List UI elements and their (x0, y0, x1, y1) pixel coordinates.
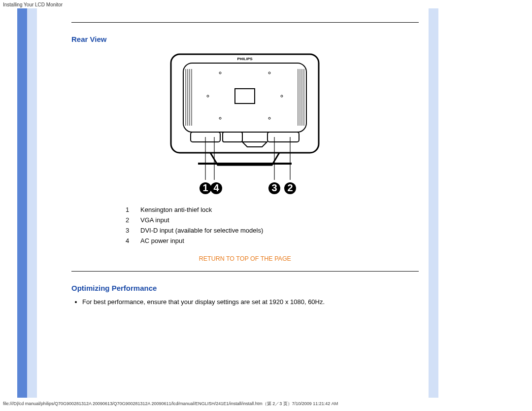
svg-rect-19 (267, 132, 299, 142)
rear-view-heading: Rear View (71, 35, 419, 43)
svg-text:2: 2 (288, 182, 293, 193)
legend-num: 1 (126, 206, 140, 213)
svg-text:4: 4 (214, 182, 220, 193)
sidebar-blue (17, 8, 27, 398)
divider (71, 22, 419, 23)
svg-rect-1 (183, 63, 306, 132)
monitor-rear-svg: PHILIPS (161, 49, 329, 197)
svg-rect-18 (223, 132, 242, 142)
sidebar-lightblue-right (429, 8, 438, 398)
page-footer: file:///D|/cd manual/philips/Q70G9002813… (0, 398, 532, 410)
header-title: Installing Your LCD Monitor (3, 2, 63, 7)
left-gutter (0, 8, 17, 398)
page-header: Installing Your LCD Monitor (0, 0, 532, 8)
list-item: For best performance, ensure that your d… (82, 298, 419, 306)
legend-text: AC power input (140, 237, 419, 244)
footer-path: file:///D|/cd manual/philips/Q70G9002813… (3, 401, 338, 406)
optimizing-heading: Optimizing Performance (71, 284, 419, 292)
legend-text: VGA input (140, 216, 419, 224)
rear-view-legend: 1 Kensington anti-thief lock 2 VGA input… (126, 206, 419, 244)
legend-num: 2 (126, 216, 140, 224)
sidebar-lightblue (27, 8, 37, 398)
svg-text:1: 1 (203, 182, 208, 193)
divider (71, 271, 419, 272)
svg-text:3: 3 (272, 182, 277, 193)
optimizing-list: For best performance, ensure that your d… (73, 298, 419, 306)
legend-num: 4 (126, 237, 140, 244)
brand-label: PHILIPS (237, 57, 253, 61)
legend-text: Kensington anti-thief lock (140, 206, 419, 213)
rear-view-diagram: PHILIPS (161, 49, 329, 197)
page-body: Rear View PHILIPS (0, 8, 532, 398)
content-area: Rear View PHILIPS (37, 8, 429, 398)
right-pad (438, 8, 532, 398)
legend-num: 3 (126, 227, 140, 234)
legend-text: DVI-D input (available for selective mod… (140, 227, 419, 234)
return-to-top-link[interactable]: RETURN TO TOP OF THE PAGE (71, 255, 419, 262)
